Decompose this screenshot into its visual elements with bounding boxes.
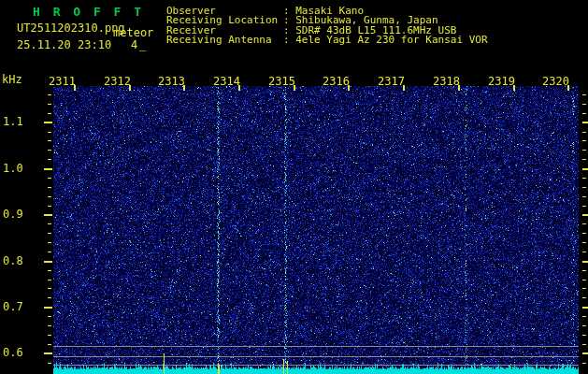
x-tick-label: 2316 [322, 76, 350, 87]
info-label-antenna: Receiving Antenna [166, 35, 272, 45]
info-value-antenna: : 4ele Yagi Az 230 for Kansai VOR [283, 35, 488, 45]
x-tick-label: 2314 [212, 76, 240, 87]
y-tick-label: 0.7 [3, 301, 27, 312]
datetime-text: 25.11.20 23:10 [17, 39, 111, 50]
meteor-label: meteor [113, 27, 153, 38]
x-tick-label: 2320 [541, 76, 569, 87]
y-tick-label: 1.1 [3, 116, 27, 127]
y-tick-label: 0.6 [3, 347, 27, 358]
x-tick-label: 2315 [267, 76, 295, 87]
cursor-mark: _ [139, 39, 146, 50]
y-tick-label: 1.0 [3, 163, 27, 174]
x-tick-label: 2319 [487, 76, 515, 87]
x-tick-label: 2311 [48, 76, 76, 87]
x-tick-label: 2312 [103, 76, 131, 87]
y-tick-label: 0.8 [3, 255, 27, 266]
minute-counter: 4 [131, 39, 137, 50]
output-filename: UT2511202310.png [17, 22, 125, 34]
x-tick-label: 2318 [432, 76, 460, 87]
app-title: H R O F F T [33, 6, 144, 19]
spectrogram-canvas [0, 0, 588, 374]
y-axis-unit: kHz [2, 74, 22, 85]
y-tick-label: 0.9 [3, 209, 27, 220]
x-tick-label: 2317 [377, 76, 405, 87]
hrofft-window: H R O F F T UT2511202310.png meteor 25.1… [0, 0, 588, 374]
x-tick-label: 2313 [157, 76, 185, 87]
